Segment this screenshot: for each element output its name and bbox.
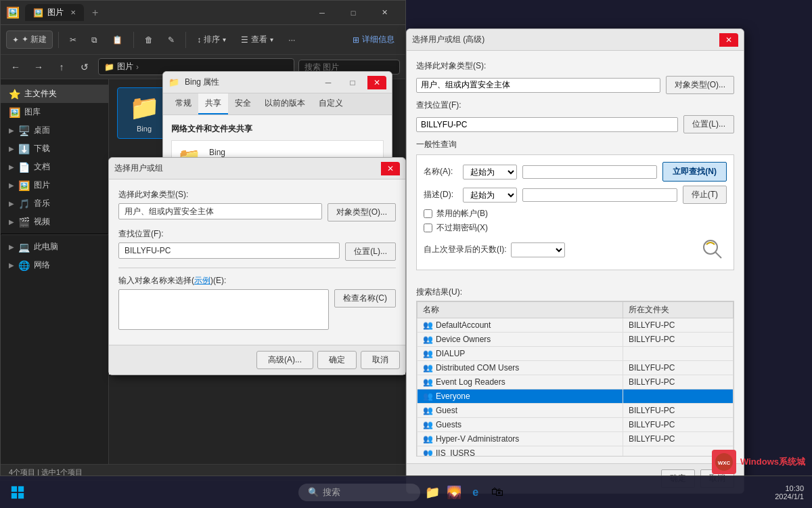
forward-btn[interactable]: →	[29, 58, 48, 77]
table-row[interactable]: 👥DIALUP	[418, 347, 734, 361]
adv-obj-type-btn[interactable]: 对象类型(O)...	[666, 76, 734, 94]
advanced-btn[interactable]: 高级(A)...	[256, 351, 313, 369]
expand-icon-music: ▶	[9, 200, 14, 207]
location-btn[interactable]: 位置(L)...	[345, 242, 396, 261]
tab-share[interactable]: 共享	[198, 93, 228, 114]
tab-previous[interactable]: 以前的版本	[258, 93, 312, 114]
minimize-btn[interactable]: ─	[307, 1, 338, 25]
taskbar-explorer-icon[interactable]: 📁	[423, 483, 442, 502]
sidebar-item-downloads[interactable]: ▶ ⬇️ 下载	[1, 140, 108, 158]
tab-security[interactable]: 安全	[228, 93, 258, 114]
su-cancel-btn[interactable]: 取消	[361, 351, 400, 369]
result-name: 👥DIALUP	[418, 347, 623, 361]
example-link[interactable]: 示例	[194, 276, 210, 285]
bing-maximize-btn[interactable]: □	[343, 76, 362, 89]
days-select[interactable]	[511, 242, 565, 257]
name-query-select[interactable]: 起始为	[463, 165, 517, 179]
table-row[interactable]: 👥DefaultAccountBILLYFU-PC	[418, 318, 734, 333]
cut-btn[interactable]: ✂	[64, 33, 82, 47]
result-folder: BILLYFU-PC	[623, 418, 733, 432]
find-now-btn[interactable]: 立即查找(N)	[662, 162, 727, 182]
sidebar-item-gallery[interactable]: 🖼️ 图库	[1, 103, 108, 121]
name-query-input[interactable]	[522, 165, 657, 179]
desc-query-select[interactable]: 起始为	[463, 188, 517, 203]
select-user-close-btn[interactable]: ✕	[381, 162, 400, 175]
table-row[interactable]: 👥IIS_IUSRS	[418, 446, 734, 457]
location-input[interactable]	[118, 242, 340, 259]
tab-custom[interactable]: 自定义	[312, 93, 350, 114]
tab-close-icon[interactable]: ✕	[70, 9, 76, 16]
taskbar-edge-icon[interactable]: e	[466, 483, 485, 502]
taskbar-wallpaper-icon[interactable]: 🌄	[445, 483, 464, 502]
table-row[interactable]: 👥Device OwnersBILLYFU-PC	[418, 333, 734, 347]
maximize-btn[interactable]: □	[338, 1, 369, 25]
sidebar-item-docs[interactable]: ▶ 📄 文档	[1, 158, 108, 176]
more-btn[interactable]: ···	[283, 33, 300, 47]
delete-btn[interactable]: 🗑	[139, 33, 158, 47]
sort-label: 排序	[204, 34, 220, 45]
sidebar-pictures-label: 图片	[34, 179, 50, 191]
table-row[interactable]: 👥Distributed COM UsersBILLYFU-PC	[418, 361, 734, 375]
disabled-checkbox[interactable]	[424, 209, 432, 218]
location-row: 位置(L)...	[118, 242, 396, 261]
sidebar-item-desktop[interactable]: ▶ 🖥️ 桌面	[1, 121, 108, 140]
table-row[interactable]: 👥Event Log ReadersBILLYFU-PC	[418, 375, 734, 389]
object-type-label: 选择此对象类型(S):	[118, 189, 396, 200]
object-type-input[interactable]	[118, 203, 322, 219]
advanced-close-btn[interactable]: ✕	[719, 33, 738, 47]
new-tab-btn[interactable]: +	[87, 7, 104, 19]
table-row[interactable]: 👥GuestsBILLYFU-PC	[418, 418, 734, 432]
details-label: 详细信息	[362, 34, 394, 45]
table-row[interactable]: 👥Everyone	[418, 389, 734, 404]
expand-icon-pic: ▶	[9, 182, 14, 189]
view-btn[interactable]: ☰ 查看 ▾	[235, 31, 279, 48]
new-button[interactable]: ✦ ✦ 新建	[6, 30, 53, 49]
rename-btn[interactable]: ✎	[162, 33, 180, 47]
su-ok-btn[interactable]: 确定	[317, 351, 357, 369]
adv-obj-type-input[interactable]	[416, 78, 660, 93]
select-user-body: 选择此对象类型(S): 对象类型(O)... 查找位置(F): 位置(L)...…	[109, 179, 405, 345]
svg-rect-3	[18, 486, 24, 491]
up-btn[interactable]: ↑	[52, 58, 71, 77]
details-btn[interactable]: ⊞ 详细信息	[347, 31, 400, 48]
general-query-title: 一般性查询	[416, 139, 734, 150]
bing-minimize-btn[interactable]: ─	[319, 76, 338, 89]
noexpire-label: 不过期密码(X)	[436, 222, 488, 234]
object-type-btn[interactable]: 对象类型(O)...	[328, 203, 396, 221]
explorer-tab-pictures[interactable]: 🖼️ 图片 ✕	[25, 4, 84, 21]
sort-btn[interactable]: ↕ 排序 ▾	[191, 31, 231, 48]
close-btn[interactable]: ✕	[369, 1, 400, 25]
share-section-title: 网络文件和文件夹共享	[171, 123, 384, 135]
taskbar-search[interactable]: 🔍 搜索	[298, 484, 420, 501]
rename-icon: ✎	[168, 35, 175, 45]
paste-btn[interactable]: 📋	[107, 33, 128, 47]
bing-close-btn[interactable]: ✕	[367, 76, 386, 89]
name-query-row: 名称(A): 起始为 立即查找(N)	[424, 162, 727, 182]
sidebar-item-home[interactable]: ⭐ 主文件夹	[1, 85, 108, 103]
result-name: 👥Device Owners	[418, 333, 623, 347]
stop-btn[interactable]: 停止(T)	[683, 186, 727, 204]
noexpire-checkbox[interactable]	[424, 224, 432, 232]
check-name-btn[interactable]: 检查名称(C)	[334, 289, 396, 308]
desc-query-input[interactable]	[522, 188, 677, 202]
start-button[interactable]	[5, 480, 30, 505]
sidebar-item-pictures[interactable]: ▶ 🖼️ 图片	[1, 176, 108, 194]
table-row[interactable]: 👥GuestBILLYFU-PC	[418, 404, 734, 418]
back-btn[interactable]: ←	[6, 58, 25, 77]
refresh-btn[interactable]: ↺	[75, 58, 94, 77]
name-input[interactable]	[118, 289, 329, 330]
taskbar-store-icon[interactable]: 🛍	[488, 483, 507, 502]
tab-general[interactable]: 常规	[168, 93, 198, 114]
table-row[interactable]: 👥Hyper-V AdministratorsBILLYFU-PC	[418, 432, 734, 446]
sidebar-computer-label: 此电脑	[34, 241, 58, 253]
sort-icon: ↕	[197, 35, 201, 45]
sidebar-item-videos[interactable]: ▶ 🎬 视频	[1, 213, 108, 231]
adv-location-input[interactable]	[416, 117, 678, 132]
results-section[interactable]: 名称 所在文件夹 👥DefaultAccountBILLYFU-PC👥Devic…	[416, 301, 734, 457]
sidebar-item-computer[interactable]: ▶ 💻 此电脑	[1, 238, 108, 256]
sidebar-item-network[interactable]: ▶ 🌐 网络	[1, 256, 108, 274]
result-folder: BILLYFU-PC	[623, 404, 733, 418]
sidebar-item-music[interactable]: ▶ 🎵 音乐	[1, 194, 108, 213]
copy-btn[interactable]: ⧉	[86, 33, 103, 47]
adv-location-btn[interactable]: 位置(L)...	[683, 115, 734, 133]
